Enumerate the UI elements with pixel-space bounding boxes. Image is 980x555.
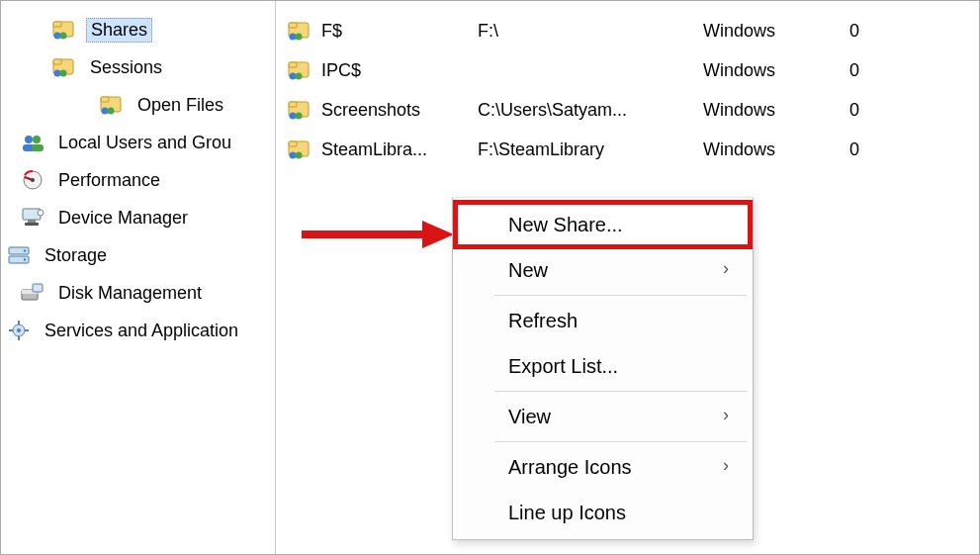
svg-point-3 xyxy=(60,33,67,40)
menu-arrange-icons[interactable]: Arrange Icons › xyxy=(455,444,751,490)
menu-new-share[interactable]: New Share... xyxy=(453,200,753,249)
share-row[interactable]: SteamLibra... F:\SteamLibrary Windows 0 xyxy=(276,130,979,169)
menu-export-list[interactable]: Export List... xyxy=(455,343,751,389)
svg-point-37 xyxy=(290,34,297,41)
context-menu: New Share... New › Refresh Export List..… xyxy=(452,197,754,540)
share-connections: 0 xyxy=(849,100,899,121)
svg-point-50 xyxy=(296,152,303,159)
svg-point-10 xyxy=(102,108,109,115)
svg-point-42 xyxy=(296,73,303,80)
svg-rect-44 xyxy=(289,102,297,107)
menu-label: Arrange Icons xyxy=(508,456,632,479)
chevron-right-icon: › xyxy=(723,455,729,476)
svg-point-25 xyxy=(24,258,26,260)
gear-icon xyxy=(5,319,33,342)
share-icon xyxy=(286,139,313,160)
tree-label: Device Manager xyxy=(54,207,192,230)
menu-separator xyxy=(494,441,747,442)
svg-point-49 xyxy=(290,152,297,159)
menu-line-up-icons[interactable]: Line up Icons xyxy=(455,490,751,535)
users-icon xyxy=(19,131,46,154)
tree-label: Shares xyxy=(86,18,152,43)
share-icon xyxy=(286,59,313,81)
menu-refresh[interactable]: Refresh xyxy=(455,298,751,343)
svg-point-12 xyxy=(25,136,33,143)
tree-item-sessions[interactable]: Sessions xyxy=(1,48,275,86)
nav-tree: Shares Sessions xyxy=(1,1,276,554)
svg-point-11 xyxy=(108,108,115,115)
menu-label: Export List... xyxy=(508,355,618,378)
shared-folder-icon xyxy=(50,55,78,79)
share-connections: 0 xyxy=(849,21,899,42)
chevron-right-icon: › xyxy=(723,405,729,425)
tree-item-storage[interactable]: Storage xyxy=(1,236,275,274)
menu-separator xyxy=(494,295,747,296)
chevron-right-icon: › xyxy=(723,258,729,279)
svg-rect-1 xyxy=(53,22,61,27)
share-type: Windows xyxy=(703,60,842,81)
svg-point-2 xyxy=(54,33,61,40)
menu-new[interactable]: New › xyxy=(455,247,751,293)
share-path: F:\SteamLibrary xyxy=(478,139,695,160)
tree-label: Storage xyxy=(41,244,111,267)
tree-label: Disk Management xyxy=(54,282,206,305)
tree-label: Performance xyxy=(54,169,164,192)
tree-item-performance[interactable]: Performance xyxy=(1,161,275,199)
svg-point-13 xyxy=(33,136,41,143)
svg-rect-28 xyxy=(33,284,43,292)
disk-management-icon xyxy=(19,281,46,305)
svg-point-30 xyxy=(17,328,21,332)
share-name: IPC$ xyxy=(321,60,470,81)
tree-item-local-users[interactable]: Local Users and Grou xyxy=(1,124,275,161)
device-manager-icon xyxy=(19,206,46,230)
svg-rect-36 xyxy=(289,23,297,28)
menu-separator xyxy=(494,391,747,392)
svg-rect-19 xyxy=(28,220,36,223)
share-name: SteamLibra... xyxy=(321,139,470,160)
svg-point-21 xyxy=(38,210,44,216)
tree-label: Local Users and Grou xyxy=(54,132,235,154)
menu-label: New xyxy=(508,259,548,282)
share-name: F$ xyxy=(321,21,470,42)
tree-item-shares[interactable]: Shares xyxy=(1,11,275,48)
share-connections: 0 xyxy=(849,139,899,160)
menu-label: Refresh xyxy=(508,310,578,332)
svg-point-46 xyxy=(296,113,303,120)
performance-icon xyxy=(19,168,46,192)
tree-item-services[interactable]: Services and Application xyxy=(1,312,275,349)
share-type: Windows xyxy=(703,139,842,160)
share-path: C:\Users\Satyam... xyxy=(478,100,695,121)
shared-folder-icon xyxy=(50,18,78,42)
share-row[interactable]: IPC$ Windows 0 xyxy=(276,50,979,90)
tree-item-open-files[interactable]: Open Files xyxy=(1,86,275,124)
svg-rect-40 xyxy=(289,62,297,67)
tree-item-device-manager[interactable]: Device Manager xyxy=(1,199,275,236)
share-path: F:\ xyxy=(478,21,695,42)
tree-label: Open Files xyxy=(134,94,227,117)
svg-rect-15 xyxy=(32,144,44,151)
svg-point-45 xyxy=(290,113,297,120)
svg-point-38 xyxy=(296,34,303,41)
share-icon xyxy=(286,99,313,121)
menu-label: New Share... xyxy=(508,214,623,236)
share-icon xyxy=(286,20,313,42)
share-type: Windows xyxy=(703,21,842,42)
svg-point-6 xyxy=(54,70,61,77)
share-row[interactable]: Screenshots C:\Users\Satyam... Windows 0 xyxy=(276,90,979,130)
svg-rect-20 xyxy=(25,223,39,226)
svg-rect-9 xyxy=(101,97,109,102)
tree-item-disk-management[interactable]: Disk Management xyxy=(1,274,275,312)
menu-label: Line up Icons xyxy=(508,502,626,524)
tree-label: Services and Application xyxy=(41,320,242,342)
shared-folder-icon xyxy=(98,93,126,117)
svg-point-41 xyxy=(290,73,297,80)
share-row[interactable]: F$ F:\ Windows 0 xyxy=(276,11,979,50)
share-type: Windows xyxy=(703,100,842,121)
svg-point-17 xyxy=(31,178,35,182)
share-name: Screenshots xyxy=(321,100,470,121)
svg-rect-5 xyxy=(53,59,61,64)
menu-view[interactable]: View › xyxy=(455,394,751,439)
svg-point-24 xyxy=(24,249,26,251)
share-connections: 0 xyxy=(849,60,899,81)
tree-label: Sessions xyxy=(86,56,166,79)
